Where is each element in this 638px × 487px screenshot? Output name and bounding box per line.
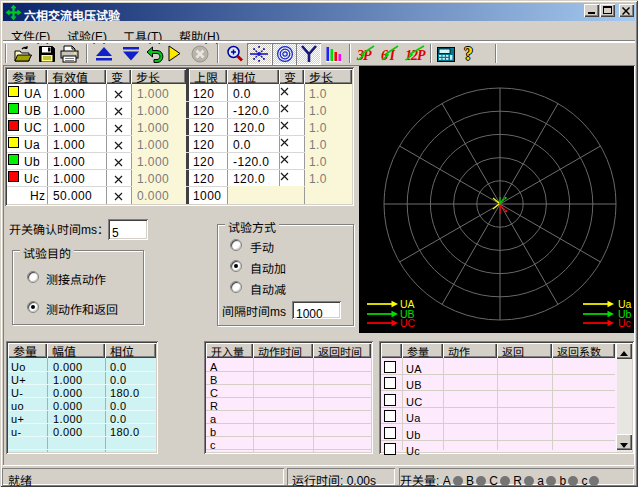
- svg-text:Uc: Uc: [618, 317, 631, 329]
- svg-text:UC: UC: [400, 317, 416, 329]
